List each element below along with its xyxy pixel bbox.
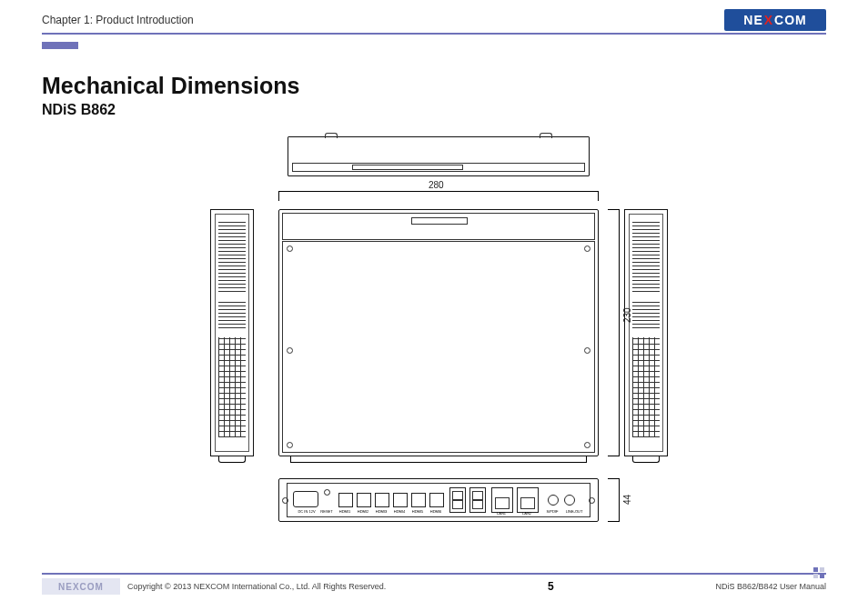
rear-view: DC IN 12V RESET HDMI1 HDMI2 HDMI3 HDMI4 … — [278, 478, 599, 522]
vent-grid-icon — [632, 337, 660, 437]
lan1-label: LAN1 — [491, 511, 511, 516]
brand-post: COM — [80, 582, 104, 592]
side-foot — [218, 456, 246, 463]
footer-rule — [42, 573, 826, 575]
vent-slots-icon — [632, 301, 660, 328]
hdmi-port-icon — [375, 493, 389, 507]
reset-hole-icon — [324, 489, 330, 496]
screw-icon — [584, 347, 590, 354]
page-number: 5 — [548, 580, 554, 593]
footer-corner-icon — [813, 567, 826, 578]
brand-x-icon: X — [73, 582, 80, 592]
dimensions-figure: 280 230 — [42, 127, 826, 536]
top-lid — [282, 213, 595, 240]
hdmi6-label: HDMI6 — [428, 509, 444, 514]
audio-jack-icon — [548, 495, 559, 506]
lid-notch — [411, 217, 468, 225]
hdmi1-label: HDMI1 — [337, 509, 353, 514]
rear-inner: DC IN 12V RESET HDMI1 HDMI2 HDMI3 HDMI4 … — [287, 483, 590, 517]
vent-slots-icon — [632, 219, 660, 292]
audio-jack-icon — [564, 495, 575, 506]
brand-x-icon: X — [764, 13, 773, 27]
lineout-label: LINE-OUT — [560, 509, 588, 514]
brand-logo: NEXCOM — [724, 9, 826, 31]
hdmi5-label: HDMI5 — [409, 509, 426, 514]
front-view — [288, 136, 590, 176]
top-panel — [282, 241, 595, 453]
dc-label: DC IN 12V — [293, 509, 320, 514]
usb-stack-icon — [469, 487, 486, 513]
side-view-left — [210, 209, 254, 456]
header-tab-stub — [42, 42, 78, 49]
brand-post: COM — [774, 13, 807, 27]
vent-grid-icon — [218, 337, 246, 437]
front-bump — [540, 133, 552, 138]
side-view-right — [624, 209, 668, 456]
hdmi3-label: HDMI3 — [373, 509, 389, 514]
screw-icon — [584, 442, 590, 448]
front-slot — [352, 165, 463, 170]
footer-logo: NEXCOM — [42, 578, 120, 595]
screw-icon — [287, 245, 293, 252]
screw-icon — [584, 245, 590, 252]
page-title: Mechanical Dimensions — [42, 73, 299, 99]
screw-icon — [287, 347, 293, 354]
usb-stack-icon — [449, 487, 466, 513]
top-view — [278, 209, 599, 456]
dim-height-bracket — [608, 478, 620, 522]
hdmi-port-icon — [411, 493, 426, 507]
dim-width-bracket — [278, 191, 599, 201]
vent-slots-icon — [218, 301, 246, 328]
chapter-label: Chapter 1: Product Introduction — [42, 14, 194, 26]
dc-jack-icon — [293, 491, 318, 507]
lan-port-icon — [491, 487, 513, 513]
hdmi-port-icon — [357, 493, 371, 507]
copyright-text: Copyright © 2013 NEXCOM International Co… — [127, 582, 386, 591]
hdmi-port-icon — [338, 493, 353, 507]
lan2-label: LAN2 — [517, 511, 537, 516]
vent-slots-icon — [218, 219, 246, 292]
screw-icon — [287, 442, 293, 448]
dim-depth-bracket — [608, 209, 620, 456]
dim-width-label: 280 — [429, 180, 444, 190]
brand-pre: NE — [58, 582, 73, 592]
hdmi4-label: HDMI4 — [391, 509, 408, 514]
lan-port-icon — [517, 487, 539, 513]
side-foot — [632, 456, 660, 463]
hdmi2-label: HDMI2 — [355, 509, 371, 514]
hdmi-port-icon — [429, 493, 444, 507]
top-foot — [290, 456, 587, 463]
dim-height-label: 44 — [622, 495, 632, 505]
page-subtitle: NDiS B862 — [42, 102, 116, 118]
doc-title: NDiS B862/B842 User Manual — [715, 582, 826, 591]
brand-pre: NE — [743, 13, 762, 27]
spdif-label: S/PDIF — [542, 509, 562, 514]
front-bump — [325, 133, 338, 138]
reset-label: RESET — [318, 509, 335, 514]
hdmi-port-icon — [393, 493, 408, 507]
dim-depth-label: 230 — [622, 307, 632, 323]
header-rule — [42, 33, 826, 35]
